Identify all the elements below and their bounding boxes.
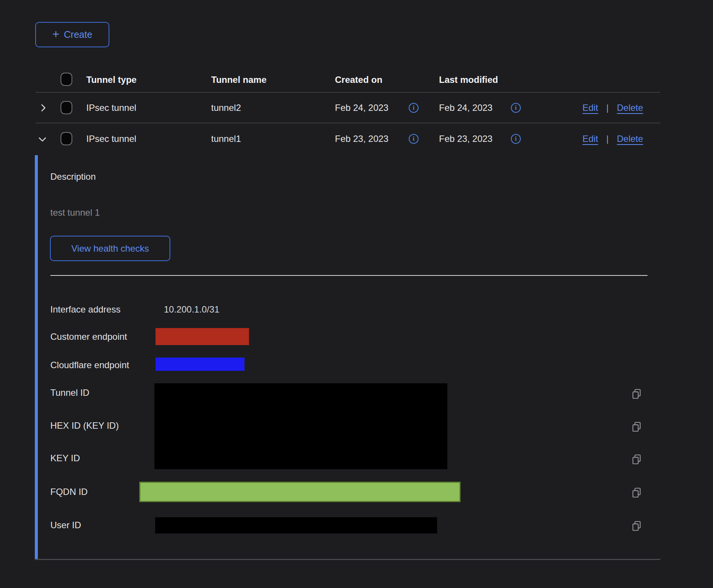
header-divider — [36, 92, 660, 93]
last-modified-cell: Feb 23, 2023 — [439, 133, 492, 145]
info-icon[interactable]: i — [409, 103, 419, 113]
row-divider — [36, 123, 660, 123]
tunnel-type-cell: IPsec tunnel — [86, 102, 136, 114]
select-all-checkbox[interactable] — [61, 73, 72, 86]
field-label-fqdn-id: FQDN ID — [50, 486, 88, 498]
field-label-customer-endpoint: Customer endpoint — [50, 331, 127, 342]
view-health-checks-button[interactable]: View health checks — [50, 236, 170, 261]
copy-icon[interactable] — [631, 520, 642, 532]
column-header-tunnel-type: Tunnel type — [86, 74, 137, 86]
edit-link[interactable]: Edit — [582, 102, 598, 114]
column-header-tunnel-name: Tunnel name — [211, 74, 266, 86]
plus-icon: + — [52, 28, 59, 40]
customer-endpoint-redaction — [156, 328, 249, 345]
expanded-row-indicator-bar — [35, 155, 38, 559]
tunnel-type-cell: IPsec tunnel — [86, 133, 136, 145]
tunnel-name-cell: tunnel2 — [211, 102, 241, 114]
create-button-label: Create — [64, 29, 92, 40]
column-header-created-on: Created on — [335, 74, 382, 86]
info-icon[interactable]: i — [511, 103, 521, 113]
cloudflare-endpoint-redaction — [156, 358, 244, 371]
created-on-cell: Feb 24, 2023 — [335, 102, 388, 114]
description-label: Description — [50, 171, 96, 182]
tunnels-page: + Create Tunnel type Tunnel name Created… — [0, 0, 713, 588]
tunnel-name-cell: tunnel1 — [211, 133, 241, 145]
table-bottom-divider — [35, 559, 660, 560]
fqdn-id-redaction — [139, 482, 461, 502]
chevron-right-icon[interactable] — [38, 103, 48, 113]
edit-link[interactable]: Edit — [582, 133, 598, 145]
row-checkbox[interactable] — [61, 101, 72, 114]
field-label-user-id: User ID — [50, 520, 81, 531]
column-header-last-modified: Last modified — [439, 74, 498, 86]
copy-icon[interactable] — [631, 421, 642, 432]
field-label-hex-id: HEX ID (KEY ID) — [50, 420, 119, 431]
field-label-key-id: KEY ID — [50, 453, 80, 464]
field-label-cloudflare-endpoint: Cloudflare endpoint — [50, 359, 129, 371]
chevron-down-icon[interactable] — [37, 134, 48, 145]
last-modified-cell: Feb 24, 2023 — [439, 102, 492, 114]
copy-icon[interactable] — [631, 454, 642, 465]
field-label-tunnel-id: Tunnel ID — [50, 387, 89, 398]
description-value: test tunnel 1 — [50, 207, 100, 218]
created-on-cell: Feb 23, 2023 — [335, 133, 388, 145]
interface-address-value: 10.200.1.0/31 — [164, 304, 220, 315]
user-id-redaction — [155, 517, 437, 534]
copy-icon[interactable] — [631, 388, 642, 400]
section-divider — [50, 275, 648, 276]
view-health-checks-label: View health checks — [71, 243, 149, 254]
info-icon[interactable]: i — [409, 134, 419, 144]
row-checkbox[interactable] — [61, 132, 72, 145]
ids-redaction — [154, 383, 447, 469]
action-separator: | — [606, 133, 609, 145]
copy-icon[interactable] — [631, 487, 642, 498]
delete-link[interactable]: Delete — [617, 102, 643, 114]
field-label-interface-address: Interface address — [50, 304, 120, 315]
action-separator: | — [606, 102, 609, 114]
delete-link[interactable]: Delete — [617, 133, 643, 145]
create-button[interactable]: + Create — [35, 22, 109, 47]
info-icon[interactable]: i — [511, 134, 521, 144]
